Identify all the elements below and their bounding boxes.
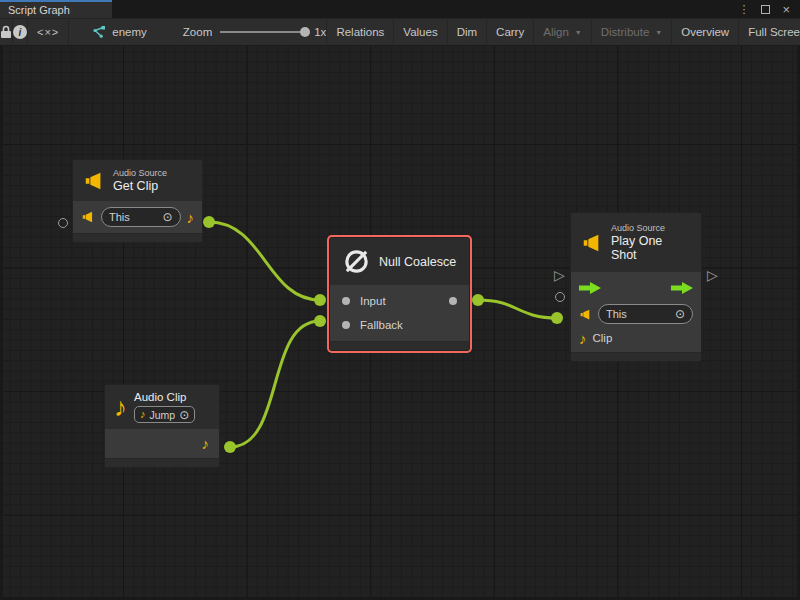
node-title: Play One Shot (611, 234, 691, 262)
graph-canvas[interactable]: Audio Source Get Clip This ⊙ ♪ (0, 46, 800, 600)
node-footer (105, 458, 219, 467)
fullscreen-button[interactable]: Full Screen (739, 19, 800, 45)
flow-out-arrow-icon[interactable] (671, 282, 693, 294)
node-get-clip[interactable]: Audio Source Get Clip This ⊙ ♪ (73, 160, 202, 242)
audio-clip-object-field[interactable]: ♪ Jump ⊙ (134, 406, 195, 423)
node-header: ♪ Audio Clip ♪ Jump ⊙ (105, 385, 219, 429)
node-null-coalesce[interactable]: Null Coalesce Input Fallback (330, 238, 469, 350)
audio-clip-icon: ♪ (114, 394, 127, 420)
flow-input-port[interactable]: ▷ (554, 268, 565, 282)
graph-icon (91, 25, 106, 39)
music-note-icon: ♪ (140, 409, 146, 420)
audio-source-icon (579, 308, 592, 321)
clip-input-icon: ♪ (579, 331, 587, 346)
window-controls: ⋮ × (738, 0, 800, 18)
zoom-slider-handle[interactable] (300, 27, 310, 37)
relations-button[interactable]: Relations (326, 19, 394, 45)
chevron-down-icon: ▼ (655, 29, 662, 36)
wire-audioclip-to-null-fallback[interactable] (230, 321, 320, 447)
graph-name: enemy (112, 26, 147, 38)
zoom-control: Zoom 1x (183, 19, 327, 45)
distribute-dropdown[interactable]: Distribute ▼ (592, 19, 673, 45)
node-audio-clip[interactable]: ♪ Audio Clip ♪ Jump ⊙ ♪ (105, 385, 219, 467)
wire-null-to-playoneshot-clip[interactable] (478, 300, 557, 318)
wire-getclip-to-null-input[interactable] (209, 222, 320, 300)
code-icon: <×> (37, 26, 59, 38)
this-object-field[interactable]: This ⊙ (101, 207, 181, 227)
play-one-shot-target-input-port[interactable] (555, 292, 565, 302)
tab-strip: Script Graph ⋮ × (0, 0, 800, 18)
audio-source-icon (81, 210, 95, 224)
null-output-port[interactable] (472, 294, 484, 306)
result-port-dot[interactable] (449, 297, 457, 305)
lock-button[interactable] (0, 19, 13, 45)
tab-script-graph[interactable]: Script Graph (0, 0, 112, 18)
toolbar-buttons: Relations Values Dim Carry Align ▼ Distr… (326, 19, 800, 45)
menu-dots-icon[interactable]: ⋮ (738, 4, 749, 15)
node-header: Audio Source Play One Shot (571, 213, 701, 272)
node-footer (571, 352, 701, 361)
zoom-label: Zoom (183, 26, 212, 38)
object-picker-icon[interactable]: ⊙ (179, 408, 189, 422)
flow-in-arrow-icon[interactable] (579, 282, 601, 294)
info-button[interactable]: i (13, 19, 28, 45)
clip-port-label: Clip (593, 332, 613, 344)
graph-breadcrumb[interactable]: enemy (91, 19, 147, 45)
fallback-port-label: Fallback (360, 319, 403, 331)
zoom-value: 1x (314, 26, 326, 38)
flow-output-port[interactable]: ▷ (707, 268, 718, 282)
close-icon[interactable]: × (782, 3, 790, 16)
play-one-shot-clip-port[interactable] (551, 312, 563, 324)
fallback-port-dot[interactable] (342, 321, 350, 329)
get-clip-output-port[interactable] (203, 216, 215, 228)
node-play-one-shot[interactable]: Audio Source Play One Shot This (571, 213, 701, 361)
node-header: Audio Source Get Clip (73, 160, 202, 201)
audio-clip-output-icon: ♪ (202, 436, 210, 451)
node-footer (330, 341, 469, 350)
node-title: Audio Clip (134, 391, 195, 403)
node-title: Null Coalesce (379, 255, 456, 269)
code-preview-button[interactable]: <×> (28, 19, 69, 45)
overview-button[interactable]: Overview (672, 19, 739, 45)
info-icon: i (13, 25, 27, 39)
zoom-slider[interactable] (220, 31, 306, 33)
lock-icon (0, 25, 12, 39)
this-object-field[interactable]: This ⊙ (598, 304, 693, 324)
null-input-port[interactable] (314, 294, 326, 306)
null-fallback-port[interactable] (314, 315, 326, 327)
node-title: Get Clip (113, 179, 167, 193)
dim-button[interactable]: Dim (448, 19, 487, 45)
node-footer (73, 233, 202, 242)
input-port-label: Input (360, 295, 386, 307)
object-picker-icon[interactable]: ⊙ (162, 210, 172, 224)
input-port-dot[interactable] (342, 297, 350, 305)
audio-source-icon (581, 232, 603, 254)
audio-source-icon (83, 170, 105, 192)
tab-label: Script Graph (8, 4, 70, 16)
audio-clip-output-port[interactable] (224, 441, 236, 453)
audio-clip-output-icon: ♪ (187, 210, 195, 225)
object-picker-icon[interactable]: ⊙ (675, 307, 685, 321)
get-clip-target-input-port[interactable] (58, 218, 68, 228)
chevron-down-icon: ▼ (575, 29, 582, 36)
carry-button[interactable]: Carry (487, 19, 534, 45)
node-category: Audio Source (113, 168, 167, 178)
align-dropdown[interactable]: Align ▼ (534, 19, 592, 45)
node-category: Audio Source (611, 223, 691, 233)
values-button[interactable]: Values (394, 19, 447, 45)
graph-toolbar: i <×> enemy Zoom 1x Relations Values Dim… (0, 18, 800, 46)
node-header: Null Coalesce (330, 238, 469, 285)
null-coalesce-icon (342, 247, 371, 276)
maximize-icon[interactable] (761, 5, 770, 14)
